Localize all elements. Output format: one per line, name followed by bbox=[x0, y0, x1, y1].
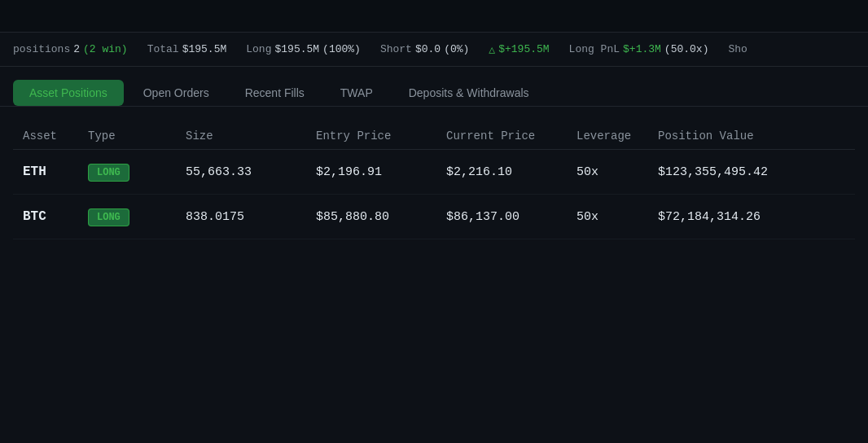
row-btc-type: LONG bbox=[78, 195, 176, 239]
ticker-total-value: $195.5M bbox=[182, 43, 227, 55]
eth-type-badge: LONG bbox=[88, 164, 129, 182]
row-btc-leverage: 50x bbox=[567, 195, 648, 239]
ticker-long-pct: (100%) bbox=[322, 43, 361, 55]
row-eth-size: 55,663.33 bbox=[176, 150, 306, 195]
row-btc-asset: BTC bbox=[13, 195, 78, 239]
col-header-position-value: Position Value bbox=[648, 123, 855, 150]
table-row: ETH LONG 55,663.33 $2,196.91 $2,216.10 5… bbox=[13, 150, 855, 195]
tab-recent-fills[interactable]: Recent Fills bbox=[229, 80, 321, 106]
tab-twap[interactable]: TWAP bbox=[324, 80, 389, 106]
col-header-asset: Asset bbox=[13, 123, 78, 150]
row-eth-current-price: $2,216.10 bbox=[436, 150, 567, 195]
tab-open-orders[interactable]: Open Orders bbox=[127, 80, 226, 106]
tab-asset-positions[interactable]: Asset Positions bbox=[13, 80, 124, 106]
ticker-short-label: Short bbox=[380, 43, 412, 55]
ticker-bar: positions 2 (2 win) Total $195.5M Long $… bbox=[0, 33, 868, 67]
col-header-leverage: Leverage bbox=[567, 123, 648, 150]
row-eth-entry-price: $2,196.91 bbox=[306, 150, 436, 195]
col-header-entry-price: Entry Price bbox=[306, 123, 436, 150]
btc-asset-name: BTC bbox=[23, 209, 46, 224]
ticker-long: Long $195.5M (100%) bbox=[246, 43, 361, 55]
nav-tabs: Asset Positions Open Orders Recent Fills… bbox=[0, 67, 868, 107]
ticker-long-label: Long bbox=[246, 43, 271, 55]
ticker-short-pct: (0%) bbox=[444, 43, 469, 55]
top-bar-spacer bbox=[0, 0, 868, 33]
row-eth-asset: ETH bbox=[13, 150, 78, 195]
ticker-positions: positions 2 (2 win) bbox=[13, 43, 128, 55]
col-header-type: Type bbox=[78, 123, 176, 150]
ticker-long-value: $195.5M bbox=[274, 43, 319, 55]
row-eth-type: LONG bbox=[78, 150, 176, 195]
table-row: BTC LONG 838.0175 $85,880.80 $86,137.00 … bbox=[13, 195, 855, 239]
ticker-short: Short $0.0 (0%) bbox=[380, 43, 469, 55]
ticker-long-pnl-leverage: (50.0x) bbox=[664, 43, 709, 55]
positions-table: Asset Type Size Entry Price Current Pric… bbox=[13, 123, 855, 239]
row-eth-leverage: 50x bbox=[567, 150, 648, 195]
ticker-short-value: $0.0 bbox=[415, 43, 441, 55]
ticker-total-label: Total bbox=[147, 43, 179, 55]
ticker-long-pnl-label: Long PnL bbox=[569, 43, 620, 55]
delta-icon: △ bbox=[489, 43, 495, 56]
ticker-short-pnl: Sho bbox=[728, 43, 747, 55]
row-eth-position-value: $123,355,495.42 bbox=[648, 150, 855, 195]
row-btc-size: 838.0175 bbox=[176, 195, 306, 239]
ticker-long-pnl-value: $+1.3M bbox=[623, 43, 661, 55]
row-btc-entry-price: $85,880.80 bbox=[306, 195, 436, 239]
table-header-row: Asset Type Size Entry Price Current Pric… bbox=[13, 123, 855, 150]
ticker-positions-wins: (2 win) bbox=[83, 43, 128, 55]
eth-asset-name: ETH bbox=[23, 164, 46, 179]
ticker-delta: △ $+195.5M bbox=[489, 43, 549, 56]
row-btc-current-price: $86,137.00 bbox=[436, 195, 567, 239]
ticker-positions-count: 2 bbox=[73, 43, 80, 55]
ticker-long-pnl: Long PnL $+1.3M (50.0x) bbox=[569, 43, 709, 55]
ticker-short-pnl-label: Sho bbox=[728, 43, 747, 55]
btc-type-badge: LONG bbox=[88, 208, 129, 226]
col-header-size: Size bbox=[176, 123, 306, 150]
positions-table-container: Asset Type Size Entry Price Current Pric… bbox=[0, 107, 868, 256]
ticker-positions-label: positions bbox=[13, 43, 70, 55]
row-btc-position-value: $72,184,314.26 bbox=[648, 195, 855, 239]
tab-deposits-withdrawals[interactable]: Deposits & Withdrawals bbox=[392, 80, 546, 106]
col-header-current-price: Current Price bbox=[436, 123, 567, 150]
ticker-delta-value: $+195.5M bbox=[498, 43, 549, 55]
ticker-total: Total $195.5M bbox=[147, 43, 227, 55]
